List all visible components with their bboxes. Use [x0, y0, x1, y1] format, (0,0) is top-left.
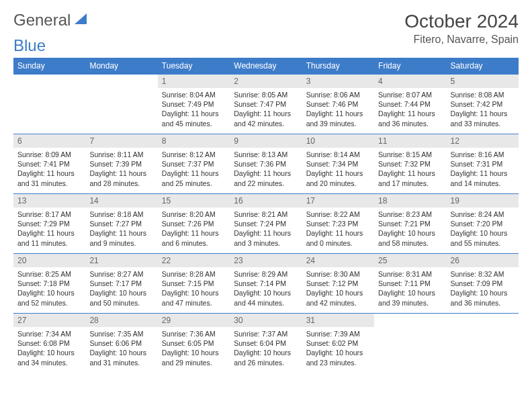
day-number: 6 [13, 134, 85, 148]
calendar-cell: 12Sunrise: 8:16 AMSunset: 7:31 PMDayligh… [447, 134, 519, 194]
day-number: 31 [302, 314, 374, 327]
calendar-cell: 31Sunrise: 7:39 AMSunset: 6:02 PMDayligh… [302, 314, 374, 373]
day-details: Sunrise: 8:11 AMSunset: 7:39 PMDaylight:… [85, 148, 157, 192]
calendar-cell: 3Sunrise: 8:06 AMSunset: 7:46 PMDaylight… [302, 75, 374, 134]
calendar-cell: 8Sunrise: 8:12 AMSunset: 7:37 PMDaylight… [158, 134, 230, 194]
calendar-cell: 27Sunrise: 7:34 AMSunset: 6:08 PMDayligh… [13, 314, 85, 373]
calendar-body: 1Sunrise: 8:04 AMSunset: 7:49 PMDaylight… [13, 75, 519, 373]
day-number: 30 [230, 314, 302, 327]
calendar-cell: 15Sunrise: 8:20 AMSunset: 7:26 PMDayligh… [158, 194, 230, 254]
day-number: 23 [230, 254, 302, 267]
day-number: 18 [374, 194, 446, 208]
day-details: Sunrise: 8:25 AMSunset: 7:18 PMDaylight:… [13, 267, 85, 312]
weekday-header-row: SundayMondayTuesdayWednesdayThursdayFrid… [13, 58, 519, 75]
sail-icon [73, 11, 88, 30]
calendar-cell: 13Sunrise: 8:17 AMSunset: 7:29 PMDayligh… [13, 194, 85, 254]
day-number: 10 [302, 134, 374, 148]
svg-marker-0 [75, 13, 87, 24]
calendar-cell: 9Sunrise: 8:13 AMSunset: 7:36 PMDaylight… [230, 134, 302, 194]
day-number: 26 [447, 254, 519, 267]
day-details: Sunrise: 8:31 AMSunset: 7:11 PMDaylight:… [374, 267, 446, 312]
calendar-cell: 24Sunrise: 8:30 AMSunset: 7:12 PMDayligh… [302, 254, 374, 314]
day-details: Sunrise: 8:15 AMSunset: 7:32 PMDaylight:… [374, 148, 446, 192]
weekday-header: Thursday [302, 58, 374, 75]
day-number: 7 [85, 134, 157, 148]
weekday-header: Monday [85, 58, 157, 75]
day-details: Sunrise: 8:28 AMSunset: 7:15 PMDaylight:… [158, 267, 230, 312]
day-details: Sunrise: 8:30 AMSunset: 7:12 PMDaylight:… [302, 267, 374, 312]
day-details: Sunrise: 8:08 AMSunset: 7:42 PMDaylight:… [447, 88, 519, 132]
calendar-cell: 2Sunrise: 8:05 AMSunset: 7:47 PMDaylight… [230, 75, 302, 134]
day-details: Sunrise: 8:32 AMSunset: 7:09 PMDaylight:… [447, 267, 519, 312]
logo-text-general: General [13, 11, 71, 30]
day-details: Sunrise: 8:09 AMSunset: 7:41 PMDaylight:… [13, 148, 85, 192]
logo-text-blue: Blue [13, 36, 519, 55]
day-details: Sunrise: 8:18 AMSunset: 7:27 PMDaylight:… [85, 208, 157, 252]
day-number: 25 [374, 254, 446, 267]
calendar-cell: 29Sunrise: 7:36 AMSunset: 6:05 PMDayligh… [158, 314, 230, 373]
calendar-cell: 23Sunrise: 8:29 AMSunset: 7:14 PMDayligh… [230, 254, 302, 314]
day-number: 15 [158, 194, 230, 208]
weekday-header: Friday [374, 58, 446, 75]
day-number: 12 [447, 134, 519, 148]
day-number: 8 [158, 134, 230, 148]
calendar-cell [447, 314, 519, 373]
day-details: Sunrise: 7:39 AMSunset: 6:02 PMDaylight:… [302, 327, 374, 371]
day-number: 21 [85, 254, 157, 267]
day-number: 11 [374, 134, 446, 148]
day-details: Sunrise: 7:36 AMSunset: 6:05 PMDaylight:… [158, 327, 230, 371]
calendar-cell: 14Sunrise: 8:18 AMSunset: 7:27 PMDayligh… [85, 194, 157, 254]
day-details: Sunrise: 8:24 AMSunset: 7:20 PMDaylight:… [447, 208, 519, 252]
day-details: Sunrise: 8:21 AMSunset: 7:24 PMDaylight:… [230, 208, 302, 252]
calendar-cell: 5Sunrise: 8:08 AMSunset: 7:42 PMDaylight… [447, 75, 519, 134]
calendar-cell: 25Sunrise: 8:31 AMSunset: 7:11 PMDayligh… [374, 254, 446, 314]
day-number: 16 [230, 194, 302, 208]
day-number: 1 [158, 75, 230, 88]
day-number: 14 [85, 194, 157, 208]
weekday-header: Tuesday [158, 58, 230, 75]
calendar-table: SundayMondayTuesdayWednesdayThursdayFrid… [13, 58, 519, 373]
calendar-cell: 17Sunrise: 8:22 AMSunset: 7:23 PMDayligh… [302, 194, 374, 254]
logo: General [13, 11, 88, 30]
day-number: 29 [158, 314, 230, 327]
calendar-cell: 10Sunrise: 8:14 AMSunset: 7:34 PMDayligh… [302, 134, 374, 194]
weekday-header: Saturday [447, 58, 519, 75]
day-details: Sunrise: 7:35 AMSunset: 6:06 PMDaylight:… [85, 327, 157, 371]
day-number: 3 [302, 75, 374, 88]
day-details: Sunrise: 8:20 AMSunset: 7:26 PMDaylight:… [158, 208, 230, 252]
weekday-header: Sunday [13, 58, 85, 75]
day-details: Sunrise: 8:14 AMSunset: 7:34 PMDaylight:… [302, 148, 374, 192]
calendar-cell: 19Sunrise: 8:24 AMSunset: 7:20 PMDayligh… [447, 194, 519, 254]
day-number: 13 [13, 194, 85, 208]
calendar-cell [374, 314, 446, 373]
calendar-row: 20Sunrise: 8:25 AMSunset: 7:18 PMDayligh… [13, 254, 519, 314]
day-number: 4 [374, 75, 446, 88]
calendar-cell: 18Sunrise: 8:23 AMSunset: 7:21 PMDayligh… [374, 194, 446, 254]
day-details: Sunrise: 8:05 AMSunset: 7:47 PMDaylight:… [230, 88, 302, 132]
calendar-cell: 30Sunrise: 7:37 AMSunset: 6:04 PMDayligh… [230, 314, 302, 373]
day-details: Sunrise: 8:23 AMSunset: 7:21 PMDaylight:… [374, 208, 446, 252]
calendar-cell: 28Sunrise: 7:35 AMSunset: 6:06 PMDayligh… [85, 314, 157, 373]
day-number: 9 [230, 134, 302, 148]
month-title: October 2024 [404, 11, 519, 32]
day-number: 20 [13, 254, 85, 267]
day-details: Sunrise: 8:04 AMSunset: 7:49 PMDaylight:… [158, 88, 230, 132]
calendar-cell: 6Sunrise: 8:09 AMSunset: 7:41 PMDaylight… [13, 134, 85, 194]
day-details: Sunrise: 8:06 AMSunset: 7:46 PMDaylight:… [302, 88, 374, 132]
calendar-cell: 1Sunrise: 8:04 AMSunset: 7:49 PMDaylight… [158, 75, 230, 134]
calendar-row: 1Sunrise: 8:04 AMSunset: 7:49 PMDaylight… [13, 75, 519, 134]
calendar-cell: 11Sunrise: 8:15 AMSunset: 7:32 PMDayligh… [374, 134, 446, 194]
calendar-cell: 22Sunrise: 8:28 AMSunset: 7:15 PMDayligh… [158, 254, 230, 314]
calendar-cell [85, 75, 157, 134]
day-details: Sunrise: 8:22 AMSunset: 7:23 PMDaylight:… [302, 208, 374, 252]
day-number: 5 [447, 75, 519, 88]
day-details: Sunrise: 7:34 AMSunset: 6:08 PMDaylight:… [13, 327, 85, 371]
calendar-cell: 20Sunrise: 8:25 AMSunset: 7:18 PMDayligh… [13, 254, 85, 314]
day-details: Sunrise: 8:17 AMSunset: 7:29 PMDaylight:… [13, 208, 85, 252]
calendar-cell [13, 75, 85, 134]
day-details: Sunrise: 8:07 AMSunset: 7:44 PMDaylight:… [374, 88, 446, 132]
day-number: 24 [302, 254, 374, 267]
calendar-cell: 26Sunrise: 8:32 AMSunset: 7:09 PMDayligh… [447, 254, 519, 314]
day-details: Sunrise: 8:12 AMSunset: 7:37 PMDaylight:… [158, 148, 230, 192]
day-details: Sunrise: 8:13 AMSunset: 7:36 PMDaylight:… [230, 148, 302, 192]
